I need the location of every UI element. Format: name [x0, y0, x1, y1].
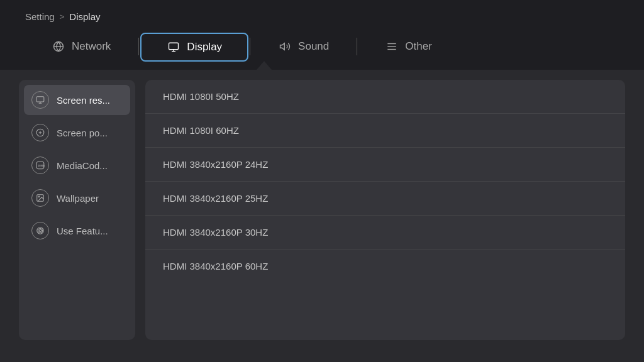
- main-content: Screen res... Screen po... 1080p MediaCo…: [0, 70, 644, 350]
- tab-other[interactable]: Other: [358, 32, 458, 61]
- network-icon: [52, 40, 65, 53]
- svg-point-19: [39, 229, 42, 232]
- svg-point-18: [38, 196, 40, 197]
- sidebar-item-screen-position[interactable]: Screen po...: [24, 118, 130, 148]
- sidebar-item-wallpaper-label: Wallpaper: [57, 193, 99, 204]
- sidebar-item-wallpaper[interactable]: Wallpaper: [24, 183, 130, 213]
- svg-marker-5: [280, 43, 285, 50]
- sidebar-item-use-features-label: Use Featu...: [57, 226, 108, 236]
- tabs-bar: Network Display Sound Other: [25, 32, 619, 61]
- sidebar-item-media-codec[interactable]: 1080p MediaCod...: [24, 150, 130, 180]
- svg-rect-9: [36, 97, 44, 102]
- screen-position-icon: [31, 124, 49, 141]
- breadcrumb-root: Setting: [25, 11, 55, 22]
- breadcrumb-separator: >: [60, 12, 65, 21]
- tab-pointer-row: [25, 61, 619, 70]
- tab-divider-3: [357, 38, 357, 55]
- tab-sound[interactable]: Sound: [252, 32, 355, 61]
- screen-resolution-icon: [31, 91, 49, 109]
- sidebar-item-screen-position-label: Screen po...: [57, 128, 108, 138]
- tab-pointer: [257, 61, 272, 70]
- svg-rect-2: [169, 43, 179, 50]
- breadcrumb: Setting > Display: [25, 11, 619, 22]
- sidebar-item-screen-resolution-label: Screen res...: [57, 95, 110, 106]
- sidebar: Screen res... Screen po... 1080p MediaCo…: [19, 80, 135, 340]
- content-panel: HDMI 1080I 50HZHDMI 1080I 60HZHDMI 3840x…: [145, 80, 625, 340]
- sidebar-item-media-codec-label: MediaCod...: [57, 160, 108, 171]
- resolution-item[interactable]: HDMI 3840x2160P 60HZ: [145, 250, 625, 283]
- tab-sound-label: Sound: [298, 40, 329, 53]
- sidebar-item-screen-resolution[interactable]: Screen res...: [24, 85, 130, 115]
- use-features-icon: [31, 222, 49, 239]
- media-codec-icon: 1080p: [31, 156, 49, 174]
- tab-display-label: Display: [187, 41, 222, 53]
- svg-text:1080p: 1080p: [38, 164, 45, 167]
- tab-network[interactable]: Network: [25, 32, 137, 61]
- tab-network-label: Network: [72, 40, 111, 53]
- resolution-item[interactable]: HDMI 1080I 60HZ: [145, 114, 625, 148]
- display-icon: [167, 40, 180, 54]
- svg-point-21: [38, 229, 43, 233]
- tab-divider-2: [250, 38, 250, 55]
- breadcrumb-current: Display: [69, 11, 100, 22]
- tab-other-label: Other: [405, 40, 432, 53]
- header: Setting > Display Network Display Sound: [0, 0, 644, 70]
- other-icon: [385, 40, 399, 53]
- resolution-item[interactable]: HDMI 3840x2160P 30HZ: [145, 216, 625, 250]
- resolution-item[interactable]: HDMI 3840x2160P 24HZ: [145, 148, 625, 182]
- resolution-list: HDMI 1080I 50HZHDMI 1080I 60HZHDMI 3840x…: [145, 80, 625, 283]
- wallpaper-icon: [31, 189, 49, 207]
- tab-divider-1: [138, 38, 139, 55]
- sound-icon: [278, 40, 292, 53]
- tab-display[interactable]: Display: [140, 33, 248, 62]
- resolution-item[interactable]: HDMI 1080I 50HZ: [145, 80, 625, 114]
- resolution-item[interactable]: HDMI 3840x2160P 25HZ: [145, 182, 625, 216]
- sidebar-item-use-features[interactable]: Use Featu...: [24, 216, 130, 246]
